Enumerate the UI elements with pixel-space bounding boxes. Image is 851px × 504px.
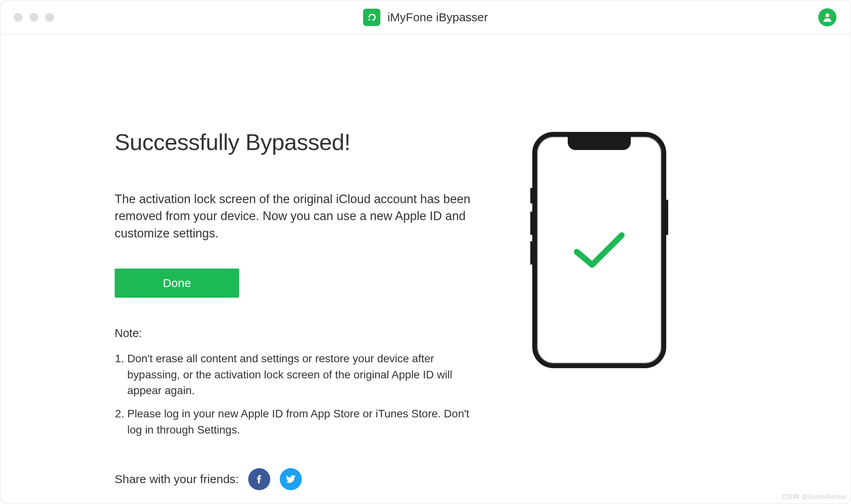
page-heading: Successfully Bypassed!: [115, 129, 485, 155]
app-title: iMyFone iBypasser: [387, 11, 488, 24]
phone-notch: [568, 137, 631, 150]
note-label: Note:: [115, 327, 485, 340]
phone-side-button: [530, 188, 532, 204]
svg-point-0: [825, 13, 829, 17]
app-logo-icon: [363, 9, 380, 26]
share-label: Share with your friends:: [115, 472, 239, 486]
maximize-window-button[interactable]: [45, 13, 54, 22]
titlebar: iMyFone iBypasser: [0, 0, 851, 34]
title-center: iMyFone iBypasser: [363, 9, 488, 26]
phone-side-button: [530, 211, 532, 235]
watermark-text: CSDN @GizmoGenius: [782, 493, 846, 500]
phone-side-button: [666, 200, 668, 235]
share-section: Share with your friends:: [115, 468, 302, 490]
facebook-icon: [254, 474, 265, 485]
left-column: Successfully Bypassed! The activation lo…: [115, 129, 485, 445]
phone-side-button: [530, 241, 532, 265]
phone-illustration: [532, 132, 666, 368]
note-item: Please log in your new Apple ID from App…: [127, 406, 477, 438]
done-button[interactable]: Done: [115, 269, 239, 298]
note-item: Don't erase all content and settings or …: [127, 351, 477, 399]
right-column: [532, 129, 666, 445]
window-controls: [14, 13, 54, 22]
facebook-share-button[interactable]: [248, 468, 270, 490]
close-window-button[interactable]: [14, 13, 22, 22]
app-window: iMyFone iBypasser Successfully Bypassed!…: [0, 0, 851, 504]
twitter-share-button[interactable]: [280, 468, 302, 490]
notes-list: Don't erase all content and settings or …: [115, 351, 477, 438]
checkmark-icon: [570, 228, 629, 272]
profile-button[interactable]: [818, 8, 836, 26]
minimize-window-button[interactable]: [30, 13, 38, 22]
twitter-icon: [285, 473, 297, 485]
content-area: Successfully Bypassed! The activation lo…: [0, 34, 851, 445]
description-text: The activation lock screen of the origin…: [115, 191, 477, 242]
